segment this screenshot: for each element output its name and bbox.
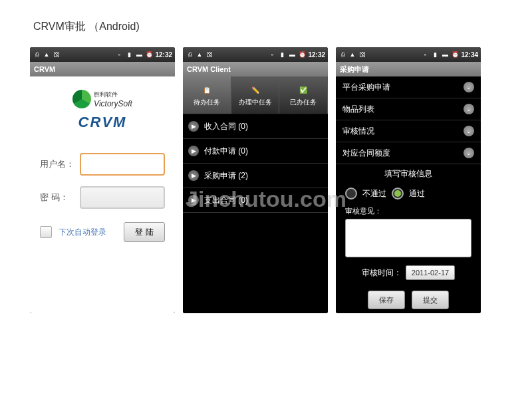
signal-icon: ▮ — [431, 51, 439, 59]
auto-login-checkbox[interactable] — [40, 226, 52, 238]
detail-item[interactable]: 对应合同额度 ⌄ — [336, 142, 481, 164]
section-header: 填写审核信息 — [336, 164, 481, 184]
task-screen: 📋 待办任务 ✏️ 办理中任务 ✅ 已办任务 ▶ 收入合同 (0) ▶ 付款申请… — [183, 76, 328, 313]
app-titlebar: CRVM Client — [183, 62, 328, 76]
radio-reject-label: 不通过 — [362, 188, 386, 200]
phone-3: ⎙ ▲ ⚿ ▫ ▮ ▬ ⏰ 12:34 采购申请 平台采购申请 ⌄ 物品列表 ⌄ — [336, 47, 481, 313]
chevron-down-icon: ⌄ — [464, 148, 474, 158]
status-bar: ⎙ ▲ ⚿ ▫ ▮ ▬ ⏰ 12:34 — [336, 47, 481, 62]
tab-bar: 📋 待办任务 ✏️ 办理中任务 ✅ 已办任务 — [183, 76, 328, 114]
done-icon: ✅ — [295, 83, 311, 96]
key-icon: ⚿ — [358, 51, 366, 59]
save-button[interactable]: 保存 — [368, 291, 405, 309]
radio-pass-label: 通过 — [409, 188, 425, 200]
detail-screen: 平台采购申请 ⌄ 物品列表 ⌄ 审核情况 ⌄ 对应合同额度 ⌄ 填写审核信息 不… — [336, 76, 481, 313]
list-item[interactable]: ▶ 支出合同 (0) — [183, 188, 328, 213]
username-label: 用户名： — [40, 158, 80, 170]
date-label: 审核时间： — [362, 267, 402, 279]
usb-icon: ⎙ — [33, 51, 41, 59]
signal-icon: ▮ — [278, 51, 286, 59]
comment-textarea[interactable] — [345, 219, 471, 257]
list-item[interactable]: ▶ 付款申请 (0) — [183, 139, 328, 164]
status-bar: ⎙ ▲ ⚿ ▫ ▮ ▬ ⏰ 12:32 — [30, 47, 175, 62]
alarm-icon: ⏰ — [145, 51, 153, 59]
pending-icon: 📋 — [199, 83, 215, 96]
logo-text-cn: 胜利软件 — [94, 90, 132, 99]
date-picker[interactable]: 2011-02-17 — [406, 265, 455, 280]
detail-item[interactable]: 审核情况 ⌄ — [336, 120, 481, 142]
radio-reject[interactable] — [345, 188, 357, 200]
logo-area: 胜利软件 VictorySoft CRVM — [30, 76, 175, 148]
battery-icon: ▬ — [288, 51, 296, 59]
chevron-down-icon: ⌄ — [464, 104, 474, 114]
arrow-icon: ▶ — [188, 170, 199, 181]
list-item-label: 采购申请 (2) — [204, 170, 248, 182]
arrow-icon: ▶ — [188, 195, 199, 205]
alarm-icon: ⏰ — [451, 51, 459, 59]
battery-icon: ▬ — [441, 51, 449, 59]
username-input[interactable] — [80, 153, 165, 176]
usb-icon: ⎙ — [338, 51, 346, 59]
detail-label: 审核情况 — [342, 126, 374, 137]
status-bar: ⎙ ▲ ⚿ ▫ ▮ ▬ ⏰ 12:32 — [183, 47, 328, 62]
tab-label: 办理中任务 — [239, 98, 272, 107]
login-screen: 胜利软件 VictorySoft CRVM 用户名： 密 码： 下次自动登录 登… — [30, 76, 175, 313]
warn-icon: ▲ — [43, 51, 51, 59]
tab-pending[interactable]: 📋 待办任务 — [183, 76, 231, 114]
clock: 12:34 — [461, 51, 478, 59]
arrow-icon: ▶ — [188, 146, 199, 156]
tab-label: 待办任务 — [194, 98, 220, 107]
app-titlebar: 采购申请 — [336, 62, 481, 76]
auto-login-label: 下次自动登录 — [59, 227, 117, 238]
password-input[interactable] — [80, 186, 165, 209]
key-icon: ⚿ — [205, 51, 213, 59]
network-icon: ▫ — [421, 51, 429, 59]
detail-label: 物品列表 — [342, 104, 374, 115]
app-titlebar: CRVM — [30, 62, 175, 76]
usb-icon: ⎙ — [186, 51, 194, 59]
list-item-label: 收入合同 (0) — [204, 121, 248, 132]
tab-done[interactable]: ✅ 已办任务 — [279, 76, 328, 114]
key-icon: ⚿ — [53, 51, 61, 59]
phone-row: ⎙ ▲ ⚿ ▫ ▮ ▬ ⏰ 12:32 CRVM 胜利软件 VictorySof… — [0, 47, 532, 313]
list-item[interactable]: ▶ 收入合同 (0) — [183, 114, 328, 139]
detail-item[interactable]: 物品列表 ⌄ — [336, 98, 481, 120]
battery-icon: ▬ — [135, 51, 143, 59]
arrow-icon: ▶ — [188, 121, 199, 132]
warn-icon: ▲ — [348, 51, 356, 59]
clock: 12:32 — [155, 51, 172, 59]
processing-icon: ✏️ — [247, 83, 263, 96]
signal-icon: ▮ — [125, 51, 133, 59]
network-icon: ▫ — [268, 51, 276, 59]
list-item-label: 支出合同 (0) — [204, 195, 248, 206]
comment-label: 审核意见： — [336, 203, 481, 217]
login-button[interactable]: 登 陆 — [124, 222, 165, 242]
logo-crvm: CRVM — [30, 114, 175, 131]
detail-item[interactable]: 平台采购申请 ⌄ — [336, 76, 481, 98]
detail-label: 平台采购申请 — [342, 82, 390, 93]
submit-button[interactable]: 提交 — [412, 291, 449, 309]
radio-pass[interactable] — [392, 188, 404, 200]
list-item[interactable]: ▶ 采购申请 (2) — [183, 164, 328, 188]
chevron-down-icon: ⌄ — [464, 82, 474, 92]
page-title: CRVM审批 （Android) — [0, 0, 532, 47]
tab-processing[interactable]: ✏️ 办理中任务 — [231, 76, 280, 114]
phone-2: ⎙ ▲ ⚿ ▫ ▮ ▬ ⏰ 12:32 CRVM Client 📋 待办任务 ✏… — [183, 47, 328, 313]
chevron-down-icon: ⌄ — [464, 126, 474, 136]
warn-icon: ▲ — [196, 51, 203, 59]
phone-1: ⎙ ▲ ⚿ ▫ ▮ ▬ ⏰ 12:32 CRVM 胜利软件 VictorySof… — [30, 47, 175, 313]
logo-text-en: VictorySoft — [94, 99, 132, 108]
list-item-label: 付款申请 (0) — [204, 146, 248, 157]
network-icon: ▫ — [115, 51, 123, 59]
tab-label: 已办任务 — [290, 98, 317, 107]
detail-label: 对应合同额度 — [342, 148, 390, 159]
logo-icon — [72, 90, 91, 108]
password-label: 密 码： — [40, 192, 80, 203]
alarm-icon: ⏰ — [298, 51, 306, 59]
clock: 12:32 — [308, 51, 325, 59]
